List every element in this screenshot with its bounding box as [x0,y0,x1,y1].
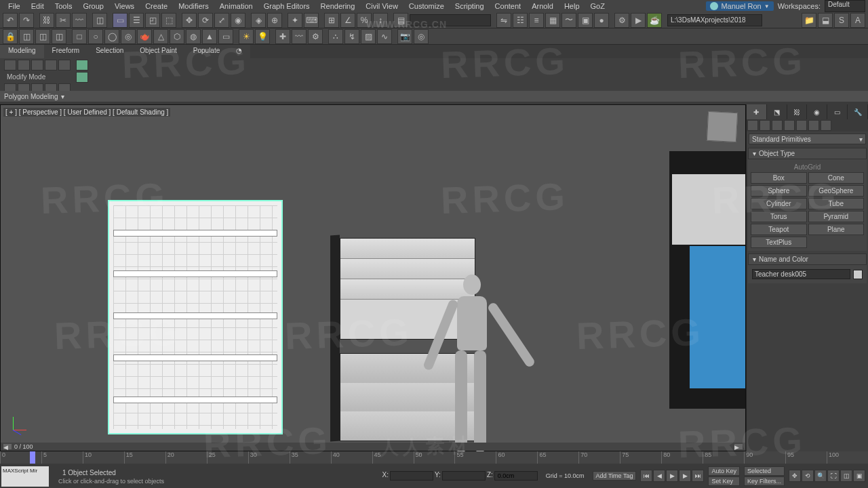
viewport-label[interactable]: [ + ] [ Perspective ] [ User Defined ] [… [3,108,170,117]
maximize-viewport-button[interactable]: ▣ [853,470,865,482]
subobj-border[interactable] [31,60,43,70]
teapot-primitive-icon[interactable]: 🫖 [137,29,152,44]
sel-lock-button[interactable]: 🔒 [3,29,18,44]
menu-content[interactable]: Content [490,1,527,12]
play-button[interactable]: ▶ [666,470,678,482]
zoom-button[interactable]: 🔍 [814,470,827,482]
target-icon[interactable]: ◎ [414,29,429,44]
preview-toggle-a[interactable] [76,60,88,70]
motion-tab[interactable]: ◉ [807,104,827,119]
tube-icon[interactable]: ◍ [186,29,201,44]
geosphere-icon[interactable]: ⬡ [170,29,184,44]
sel-set-c[interactable]: ◫ [52,29,66,44]
rotate-button[interactable]: ⟳ [198,13,213,28]
primitive-box[interactable]: Box [751,172,807,184]
shapes-cat[interactable] [760,120,770,131]
add-time-tag[interactable]: Add Time Tag [593,471,637,481]
redo-button[interactable]: ↷ [19,13,34,28]
key-filters-button[interactable]: Key Filters... [744,476,785,486]
sel-set-b[interactable]: ◫ [35,29,50,44]
menu-animation[interactable]: Animation [214,1,258,12]
subobj-edge[interactable] [18,60,30,70]
toggle-ribbon-button[interactable]: ▦ [545,13,560,28]
system-icon[interactable]: ⚙ [308,29,323,44]
menu-arnold[interactable]: Arnold [526,1,559,12]
object-type-rollout[interactable]: ▾Object Type [748,148,867,159]
ribbon-tab-object-paint[interactable]: Object Paint [132,45,184,58]
key-selection-filter[interactable]: Selected [744,466,785,476]
ref-coord-button[interactable]: ◈ [251,13,266,28]
menu-civil-view[interactable]: Civil View [360,1,403,12]
menu-goz[interactable]: GoZ [585,1,610,12]
snap-toggle-button[interactable]: ⊞ [324,13,339,28]
scale-button[interactable]: ⤢ [214,13,229,28]
maxscript-listener[interactable]: MAXScript Mir [1,466,49,487]
named-selection-input[interactable] [410,14,491,26]
cone-primitive-icon[interactable]: △ [153,29,168,44]
name-color-rollout[interactable]: ▾Name and Color [748,253,867,265]
move-button[interactable]: ✥ [182,13,197,28]
render-setup-button[interactable]: ⚙ [614,13,629,28]
subobj-vertex[interactable] [4,60,16,70]
ribbon-tab-modeling[interactable]: Modeling [0,45,44,58]
y-coord-input[interactable] [442,471,486,481]
menu-tools[interactable]: Tools [50,1,78,12]
setkey-toggle[interactable]: Set Key [708,476,740,486]
selected-shelf-object[interactable] [108,200,283,434]
scroll-left-icon[interactable]: ◀ [3,444,12,449]
select-region-button[interactable]: ◰ [145,13,160,28]
align-button[interactable]: ☷ [513,13,528,28]
menu-scripting[interactable]: Scripting [450,1,490,12]
helper-icon[interactable]: ✚ [275,29,290,44]
substance-button[interactable]: S [834,13,849,28]
subobj-poly[interactable] [45,60,57,70]
biped-reference[interactable] [435,274,509,456]
menu-edit[interactable]: Edit [26,1,50,12]
lights-cat[interactable] [772,120,783,131]
render-button[interactable]: ☕ [647,13,662,28]
pan-button[interactable]: ✥ [789,470,801,482]
spinner-snap-button[interactable]: ↕ [373,13,388,28]
torus-primitive-icon[interactable]: ◎ [121,29,136,44]
menu-group[interactable]: Group [77,1,109,12]
workspace-selector[interactable]: Default [825,0,865,12]
primitive-tube[interactable]: Tube [808,198,865,209]
utilities-tab[interactable]: 🔧 [848,104,868,119]
arnold-button[interactable]: A [850,13,865,28]
prev-frame-button[interactable]: ◀ [653,470,665,482]
ribbon-tab-freeform[interactable]: Freeform [44,45,88,58]
box-primitive-icon[interactable]: □ [72,29,87,44]
primitive-teapot[interactable]: Teapot [751,224,807,235]
spacewarp-icon[interactable]: 〰 [292,29,307,44]
cameras-cat[interactable] [784,120,795,131]
ribbon-expand-icon[interactable]: ◔ [228,45,250,58]
keyboard-shortcut-button[interactable]: ⌨ [304,13,319,28]
light2-icon[interactable]: 💡 [255,29,270,44]
autogrid-checkbox[interactable]: AutoGrid [751,162,864,172]
polygon-modeling-label[interactable]: Polygon Modeling [4,93,58,100]
material-editor-button[interactable]: ● [594,13,609,28]
menu-file[interactable]: File [3,1,26,12]
select-object-button[interactable]: ▭ [113,13,127,28]
plane-icon[interactable]: ▭ [218,29,233,44]
hierarchy-tab[interactable]: ⛓ [787,104,808,119]
fov-button[interactable]: ◫ [840,470,852,482]
primitive-geosphere[interactable]: GeoSphere [808,185,865,197]
percent-snap-button[interactable]: % [357,13,372,28]
board-object[interactable] [669,151,745,409]
camera-icon[interactable]: 📷 [397,29,412,44]
menu-rendering[interactable]: Rendering [315,1,361,12]
layers-button[interactable]: ≡ [529,13,544,28]
primitive-textplus[interactable]: TextPlus [751,237,807,248]
display-tab[interactable]: ▭ [827,104,848,119]
primitive-pyramid[interactable]: Pyramid [808,211,865,222]
named-selection-button[interactable]: ▤ [393,13,408,28]
goto-start-button[interactable]: ⏮ [640,470,652,482]
z-coord-input[interactable] [494,471,538,481]
mirror-button[interactable]: ⇋ [496,13,511,28]
cloth-icon[interactable]: ▨ [361,29,376,44]
open-project-button[interactable]: 📁 [802,13,816,28]
set-project-button[interactable]: ⬓ [818,13,833,28]
preview-toggle-b[interactable] [76,72,88,83]
manipulate-button[interactable]: ✦ [288,13,302,28]
